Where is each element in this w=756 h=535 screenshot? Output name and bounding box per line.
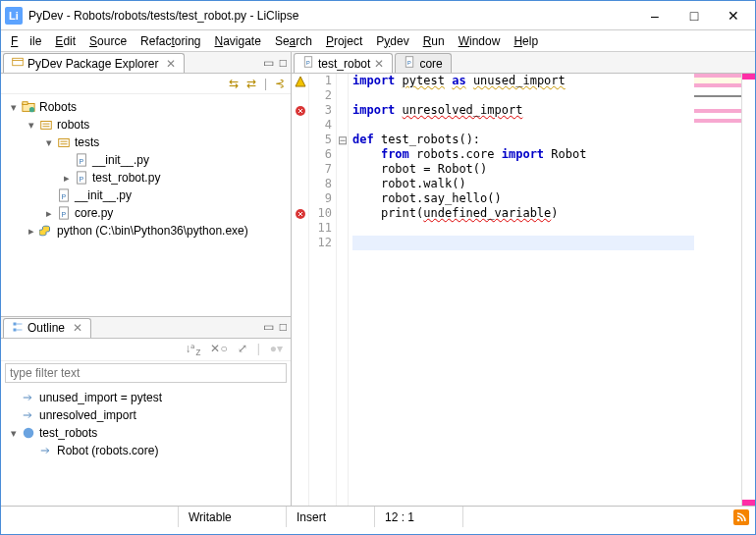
editor-tab-core[interactable]: P core bbox=[395, 53, 451, 73]
import-icon bbox=[38, 443, 54, 458]
package-explorer-tab[interactable]: PyDev Package Explorer ✕ bbox=[3, 53, 185, 73]
error-marker-icon[interactable] bbox=[292, 206, 308, 221]
package-icon bbox=[38, 117, 54, 133]
close-icon[interactable]: ✕ bbox=[166, 57, 176, 71]
package-explorer-view: PyDev Package Explorer ✕ ▭ □ ⇆ ⇄ | ⊰ ▾Ro… bbox=[1, 52, 291, 317]
tree-item-label: robots bbox=[57, 118, 89, 132]
menu-help[interactable]: Help bbox=[508, 32, 544, 50]
statusbar: Writable Insert 12 : 1 bbox=[1, 506, 755, 527]
maximize-view-icon[interactable]: □ bbox=[280, 56, 287, 70]
marker-ruler[interactable] bbox=[292, 74, 309, 506]
expand-icon[interactable]: ▾ bbox=[42, 136, 56, 149]
outline-item-label: unused_import = pytest bbox=[39, 391, 162, 404]
svg-text:P: P bbox=[79, 158, 83, 165]
editor-tab-label: test_robot bbox=[318, 57, 370, 71]
svg-point-16 bbox=[24, 428, 34, 439]
svg-point-24 bbox=[737, 518, 740, 521]
overview-ruler[interactable] bbox=[741, 74, 755, 506]
tree-item-label: python (C:\bin\Python36\python.exe) bbox=[57, 224, 248, 238]
menubar: File Edit Source Refactoring Navigate Se… bbox=[1, 30, 755, 52]
svg-rect-14 bbox=[14, 322, 17, 325]
view-menu-icon[interactable]: ⊰ bbox=[275, 77, 285, 90]
expand-icon[interactable]: ▸ bbox=[60, 172, 74, 185]
tree-item-label: test_robot.py bbox=[92, 171, 160, 185]
expand-icon[interactable]: ▾ bbox=[25, 119, 38, 132]
link-editor-icon[interactable]: ⇄ bbox=[246, 77, 256, 90]
outline-filter-input[interactable] bbox=[5, 363, 287, 383]
svg-rect-2 bbox=[23, 102, 27, 105]
svg-marker-21 bbox=[296, 77, 305, 86]
minimize-view-icon[interactable]: ▭ bbox=[263, 56, 274, 70]
menu-window[interactable]: Window bbox=[453, 32, 507, 50]
line-number-ruler[interactable]: 123456789101112 bbox=[309, 74, 337, 506]
svg-text:P: P bbox=[61, 211, 66, 218]
python-file-icon: P bbox=[56, 205, 72, 221]
tree-item-label: core.py bbox=[75, 206, 113, 220]
outline-tree[interactable]: unused_import = pytest unresolved_import… bbox=[1, 385, 291, 506]
project-icon bbox=[21, 99, 36, 115]
close-icon[interactable]: ✕ bbox=[73, 321, 82, 335]
hide-fields-icon[interactable]: ✕○ bbox=[210, 342, 227, 357]
menu-run[interactable]: Run bbox=[417, 32, 451, 50]
outline-icon bbox=[12, 321, 24, 336]
window-title: PyDev - Robots/robots/tests/test_robot.p… bbox=[28, 9, 635, 23]
menu-pydev[interactable]: Pydev bbox=[370, 32, 414, 50]
editor-area: P test_robot ✕ P core 123456789101112 bbox=[292, 52, 755, 506]
svg-point-3 bbox=[29, 107, 34, 112]
app-icon: Li bbox=[5, 7, 23, 25]
error-marker-icon[interactable] bbox=[292, 103, 308, 118]
warning-marker-icon[interactable] bbox=[292, 74, 308, 88]
outline-item-label: Robot (robots.core) bbox=[57, 444, 158, 457]
close-icon[interactable]: ✕ bbox=[374, 57, 384, 71]
view-menu-icon[interactable]: ●▾ bbox=[270, 342, 283, 357]
fold-toggle-icon[interactable]: ⊟ bbox=[337, 133, 348, 147]
menu-search[interactable]: Search bbox=[269, 32, 318, 50]
sort-icon[interactable]: ↓ᵃz bbox=[185, 342, 200, 357]
menu-edit[interactable]: Edit bbox=[49, 32, 81, 50]
status-cell bbox=[1, 507, 178, 527]
menu-project[interactable]: Project bbox=[320, 32, 368, 50]
expand-icon[interactable]: ⤢ bbox=[238, 342, 247, 357]
expand-icon[interactable]: ▾ bbox=[7, 101, 21, 114]
python-file-icon: P bbox=[74, 152, 89, 168]
svg-text:P: P bbox=[61, 193, 66, 200]
svg-text:P: P bbox=[407, 60, 411, 66]
tree-item-label: tests bbox=[75, 135, 99, 149]
expand-icon[interactable]: ▸ bbox=[25, 225, 38, 238]
minimize-view-icon[interactable]: ▭ bbox=[263, 320, 274, 334]
menu-file[interactable]: File bbox=[5, 32, 47, 50]
status-writable: Writable bbox=[178, 507, 286, 527]
rss-icon[interactable] bbox=[733, 509, 749, 525]
svg-rect-15 bbox=[14, 328, 17, 331]
expand-icon[interactable]: ▾ bbox=[7, 427, 21, 440]
package-explorer-icon bbox=[12, 56, 24, 71]
tree-item-label: __init__.py bbox=[92, 153, 149, 167]
outline-item-label: unresolved_import bbox=[39, 408, 136, 422]
python-file-icon: P bbox=[56, 187, 72, 203]
menu-navigate[interactable]: Navigate bbox=[209, 32, 267, 50]
package-icon bbox=[56, 134, 72, 150]
collapse-all-icon[interactable]: ⇆ bbox=[229, 77, 239, 90]
svg-rect-4 bbox=[41, 122, 52, 130]
editor-tab-label: core bbox=[419, 57, 442, 71]
maximize-view-icon[interactable]: □ bbox=[280, 320, 287, 334]
outline-view: Outline ✕ ▭ □ ↓ᵃz ✕○ ⤢ | ●▾ unused_impor… bbox=[1, 317, 291, 506]
function-icon bbox=[21, 425, 36, 441]
outline-tab[interactable]: Outline ✕ bbox=[3, 318, 91, 338]
code-editor[interactable]: import pytest as unused_import import un… bbox=[349, 74, 694, 506]
svg-text:P: P bbox=[306, 60, 310, 66]
expand-icon[interactable]: ▸ bbox=[42, 207, 56, 220]
menu-refactoring[interactable]: Refactoring bbox=[135, 32, 206, 50]
python-interpreter-icon bbox=[38, 223, 54, 239]
svg-text:P: P bbox=[79, 176, 83, 183]
outline-item-label: test_robots bbox=[39, 426, 97, 440]
minimize-button[interactable]: – bbox=[635, 2, 675, 29]
editor-tab-test-robot[interactable]: P test_robot ✕ bbox=[294, 53, 393, 73]
menu-source[interactable]: Source bbox=[83, 32, 133, 50]
fold-ruler[interactable]: ⊟ bbox=[337, 74, 349, 506]
package-explorer-tree[interactable]: ▾Robots ▾robots ▾tests P__init__.py ▸Pte… bbox=[1, 94, 291, 316]
close-window-button[interactable]: ✕ bbox=[714, 2, 753, 29]
maximize-button[interactable]: □ bbox=[675, 2, 714, 29]
svg-rect-5 bbox=[59, 139, 70, 147]
import-icon bbox=[21, 390, 36, 405]
